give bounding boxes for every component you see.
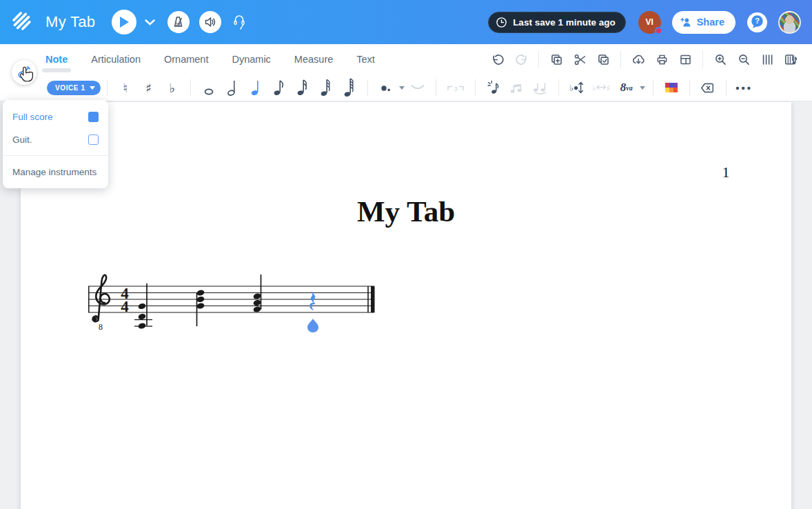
delete-button[interactable] [699, 77, 717, 99]
metronome-icon: 12 [172, 15, 185, 29]
instrument-button[interactable] [12, 60, 37, 85]
zoom-out-button[interactable] [732, 49, 755, 70]
string-view-button[interactable] [755, 49, 779, 70]
tab-text[interactable]: Text [356, 46, 375, 73]
copy-button[interactable] [545, 49, 568, 70]
print-button[interactable] [650, 49, 673, 70]
play-button[interactable] [112, 10, 136, 34]
divider [475, 79, 476, 96]
save-status-text: Last save 1 minute ago [513, 17, 616, 28]
export-button[interactable] [627, 49, 650, 70]
chord-beat-2[interactable] [196, 289, 205, 326]
enharmonic-respell-button-disabled[interactable]: ♭♯ [591, 77, 612, 99]
time-signature-bottom: 4 [121, 298, 129, 315]
playback-options-chevron[interactable] [145, 19, 155, 26]
svg-text:♭: ♭ [569, 83, 574, 93]
transpose-note-button[interactable]: ♭ [568, 77, 586, 99]
sharp-button[interactable]: ♯ [140, 77, 158, 99]
help-button[interactable]: ? [747, 12, 767, 32]
svg-text:♭: ♭ [592, 83, 596, 93]
tab-measure[interactable]: Measure [294, 46, 333, 73]
menu-item-guitar[interactable]: Guit. [3, 128, 108, 151]
quarter-note-button-selected[interactable] [247, 77, 265, 99]
tab-note[interactable]: Note [45, 46, 68, 73]
divider [689, 79, 690, 96]
chord-beat-1[interactable] [134, 283, 152, 330]
whole-note-button[interactable] [200, 77, 218, 99]
guitar-checkbox-unchecked[interactable] [88, 134, 99, 145]
cut-button[interactable] [568, 49, 591, 70]
undo-button[interactable] [486, 49, 509, 70]
guitar-label: Guit. [12, 134, 32, 145]
chevron-down-icon [90, 86, 95, 90]
beamed-notes-button-disabled[interactable] [508, 77, 526, 99]
tie-button-disabled[interactable] [409, 77, 427, 99]
manage-instruments-item[interactable]: Manage instruments [3, 160, 108, 183]
divider [436, 79, 436, 96]
half-note-button[interactable] [223, 77, 241, 99]
grace-note-button[interactable] [485, 77, 503, 99]
paste-button[interactable] [591, 49, 615, 70]
color-notes-button[interactable] [662, 77, 680, 99]
flat-button[interactable]: ♭ [163, 77, 181, 99]
sixteenth-note-button[interactable] [294, 77, 312, 99]
metronome-button[interactable]: 12 [168, 11, 190, 33]
slurred-notes-button-disabled[interactable] [531, 77, 549, 99]
score-title[interactable]: My Tab [21, 194, 791, 228]
menu-item-full-score[interactable]: Full score [3, 106, 108, 128]
chord-beat-3[interactable] [253, 275, 262, 313]
layout-button[interactable] [673, 49, 697, 70]
eighth-note-button[interactable] [270, 77, 288, 99]
svg-text:12: 12 [176, 22, 181, 26]
augmentation-dot-button[interactable] [377, 77, 395, 99]
divider [367, 79, 368, 96]
volume-button[interactable] [199, 11, 221, 33]
header-right-group: Last save 1 minute ago VI Share ? [488, 11, 801, 34]
treble-clef: 8 [93, 275, 110, 332]
notification-dot [655, 27, 662, 34]
tuplet-number: 3 [454, 86, 457, 92]
more-options-button[interactable]: ••• [735, 77, 753, 99]
full-score-checkbox-checked[interactable] [88, 112, 99, 122]
add-user-icon [680, 17, 692, 28]
divider [653, 79, 653, 96]
share-button[interactable]: Share [672, 11, 735, 34]
divider [726, 79, 727, 96]
palette-icon [664, 82, 678, 93]
zoom-in-button[interactable] [709, 49, 732, 70]
tab-ornament[interactable]: Ornament [164, 46, 208, 73]
divider [620, 51, 621, 68]
tablature-toggle-button[interactable] [779, 49, 802, 70]
headphones-button[interactable] [232, 14, 246, 30]
toolbar-tabs-row: Note Articulation Ornament Dynamic Measu… [0, 44, 812, 74]
svg-text:♯: ♯ [606, 83, 610, 93]
speaker-icon [203, 15, 217, 29]
redo-button[interactable] [509, 49, 533, 70]
user-avatar[interactable] [778, 11, 801, 34]
natural-button[interactable]: ♮ [116, 77, 134, 99]
sixty-fourth-note-button[interactable] [341, 77, 358, 99]
music-staff[interactable]: 8 4 4 [86, 268, 379, 345]
tab-dynamic[interactable]: Dynamic [232, 46, 270, 73]
voice-label: VOICE 1 [55, 84, 85, 92]
clock-icon [496, 17, 507, 28]
save-status-badge: Last save 1 minute ago [488, 12, 626, 33]
header-bar: My Tab 12 [0, 0, 812, 44]
tab-articulation[interactable]: Articulation [91, 46, 141, 73]
score-viewport[interactable]: 1 My Tab 8 [0, 102, 812, 509]
flat-logo[interactable] [11, 10, 34, 34]
tuplet-button-disabled[interactable]: 3 [445, 77, 466, 99]
octave-button[interactable]: 8va [618, 77, 636, 99]
voice-selector[interactable]: VOICE 1 [47, 81, 101, 95]
note-toolbar: VOICE 1 ♮ ♯ ♭ [0, 74, 812, 101]
octave-options-chevron[interactable] [640, 86, 645, 90]
document-title[interactable]: My Tab [45, 13, 95, 31]
time-signature: 4 4 [121, 285, 129, 315]
thirty-second-note-button[interactable] [317, 77, 335, 99]
collaborator-avatar[interactable]: VI [638, 11, 661, 34]
dot-options-chevron[interactable] [399, 86, 405, 90]
play-icon [119, 16, 130, 28]
staff-lines [88, 286, 374, 312]
selected-quarter-rest[interactable] [309, 290, 316, 310]
score-page[interactable]: 1 My Tab 8 [21, 102, 791, 509]
